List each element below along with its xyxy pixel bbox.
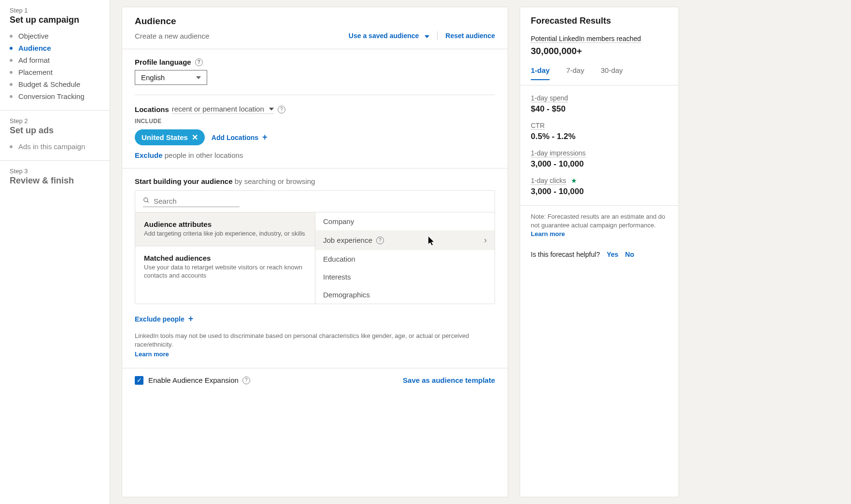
build-title-rest: by searching or browsing [233, 177, 315, 185]
search-icon [143, 197, 150, 205]
profile-language-text: Profile language [135, 58, 191, 66]
build-title-strong: Start building your audience [135, 177, 233, 185]
forecast-yes[interactable]: Yes [607, 251, 618, 258]
svg-line-1 [147, 201, 149, 203]
plus-icon: + [262, 132, 268, 142]
tab-1day[interactable]: 1-day [531, 66, 550, 80]
build-audience-title: Start building your audience by searchin… [135, 177, 495, 185]
step2-items: Ads in this campaign [10, 140, 100, 153]
sidebar-item-placement[interactable]: Placement [10, 66, 100, 78]
profile-language-select[interactable]: English [135, 70, 207, 85]
metric-ctr-value: 0.5% - 1.2% [531, 132, 668, 141]
remove-chip-icon[interactable]: ✕ [192, 133, 198, 142]
chevron-down-icon [196, 76, 201, 79]
sidebar-item-budget[interactable]: Budget & Schedule [10, 78, 100, 90]
expansion-checkbox[interactable]: ✓ [135, 376, 143, 385]
locations-label: Locations [135, 105, 169, 113]
cursor-icon [428, 237, 435, 246]
help-icon[interactable]: ? [195, 58, 203, 66]
browse-panel: Audience attributes Add targeting criter… [135, 190, 495, 304]
divider [135, 95, 495, 95]
attribute-demographics[interactable]: Demographics [315, 286, 495, 304]
metric-impressions-value: 3,000 - 10,000 [531, 159, 668, 169]
forecast-note-text: Note: Forecasted results are an estimate… [531, 213, 665, 229]
reset-audience-link[interactable]: Reset audience [445, 32, 495, 40]
sidebar-item-ads[interactable]: Ads in this campaign [10, 140, 100, 153]
attributes-title: Audience attributes [144, 220, 306, 228]
metric-clicks-value: 3,000 - 10,000 [531, 187, 668, 196]
chevron-right-icon: › [484, 235, 487, 245]
exclude-people-text: Exclude people [135, 315, 184, 323]
forecast-card: Forecasted Results Potential LinkedIn me… [520, 7, 679, 497]
forecast-no[interactable]: No [625, 251, 634, 258]
metric-impressions-label: 1-day impressions [531, 149, 586, 157]
reach-label: Potential LinkedIn members reached [531, 35, 641, 43]
chevron-down-icon [269, 108, 274, 111]
location-chip-us[interactable]: United States ✕ [135, 129, 205, 145]
attribute-label: Company [323, 217, 354, 225]
sidebar-item-objective[interactable]: Objective [10, 30, 100, 42]
exclude-people-link[interactable]: Exclude people + [135, 314, 193, 324]
disclaimer-text: LinkedIn tools may not be used to discri… [135, 332, 469, 348]
audience-search-input[interactable] [154, 197, 240, 205]
step2-block: Step 2 Set up ads Ads in this campaign [0, 111, 110, 161]
sidebar: Step 1 Set up campaign Objective Audienc… [0, 0, 110, 504]
sidebar-item-conversion[interactable]: Conversion Tracking [10, 90, 100, 102]
add-locations-text: Add Locations [212, 134, 258, 141]
star-icon: ★ [571, 177, 577, 184]
disclaimer: LinkedIn tools may not be used to discri… [135, 332, 495, 359]
sidebar-item-ad-format[interactable]: Ad format [10, 54, 100, 66]
tab-7day[interactable]: 7-day [566, 66, 584, 80]
help-icon[interactable]: ? [242, 377, 250, 384]
metric-ctr-label: CTR [531, 122, 545, 130]
audience-title: Audience [135, 16, 495, 27]
step1-label: Step 1 [10, 7, 100, 14]
exclude-locations-line: Exclude people in other locations [135, 151, 495, 159]
attribute-label: Interests [323, 273, 351, 281]
audience-card: Audience Create a new audience Use a sav… [122, 7, 508, 497]
attribute-label: Job experience [323, 236, 372, 244]
attribute-interests[interactable]: Interests [315, 268, 495, 286]
chevron-down-icon [425, 35, 429, 38]
search-input-wrapper[interactable] [143, 196, 240, 207]
help-icon[interactable]: ? [376, 237, 384, 244]
step1-items: Objective Audience Ad format Placement B… [10, 30, 100, 102]
help-icon[interactable]: ? [278, 106, 285, 113]
metric-clicks-label: 1-day clicks [531, 177, 566, 185]
profile-language-label: Profile language ? [135, 58, 495, 66]
matched-audiences-tab[interactable]: Matched audiences Use your data to retar… [135, 246, 315, 288]
step3-block: Step 3 Review & finish [0, 161, 110, 194]
plus-icon: + [188, 314, 194, 324]
locations-mode-select[interactable]: recent or permanent location [172, 105, 274, 114]
save-template-link[interactable]: Save as audience template [403, 376, 495, 384]
step1-block: Step 1 Set up campaign Objective Audienc… [0, 0, 110, 111]
create-audience-label: Create a new audience [135, 32, 209, 40]
use-saved-audience-link[interactable]: Use a saved audience [349, 32, 429, 40]
step3-title: Review & finish [10, 176, 100, 186]
reach-value: 30,000,000+ [531, 46, 668, 56]
step2-label: Step 2 [10, 117, 100, 125]
forecast-helpful-label: Is this forecast helpful? [531, 251, 600, 258]
attributes-desc: Add targeting criteria like job experien… [144, 230, 306, 238]
step2-title: Set up ads [10, 126, 100, 136]
metric-spend-label: 1-day spend [531, 94, 568, 102]
expansion-label: Enable Audience Expansion [148, 376, 239, 384]
attribute-job-experience[interactable]: Job experience ? › [315, 230, 495, 250]
forecast-learn-more[interactable]: Learn more [531, 230, 565, 238]
audience-attributes-tab[interactable]: Audience attributes Add targeting criter… [135, 212, 315, 246]
exclude-locations-link[interactable]: Exclude [135, 151, 163, 159]
disclaimer-learn-more[interactable]: Learn more [135, 350, 495, 359]
location-chip-text: United States [142, 133, 188, 141]
profile-language-value: English [141, 73, 165, 82]
sidebar-item-audience[interactable]: Audience [10, 42, 100, 54]
attribute-company[interactable]: Company [315, 212, 495, 230]
svg-point-0 [144, 198, 148, 202]
matched-title: Matched audiences [144, 254, 306, 262]
use-saved-audience-text: Use a saved audience [349, 32, 419, 40]
add-locations-link[interactable]: Add Locations + [212, 132, 268, 142]
tab-30day[interactable]: 30-day [601, 66, 623, 80]
exclude-rest-text: people in other locations [163, 151, 243, 159]
metric-spend-value: $40 - $50 [531, 104, 668, 114]
attribute-education[interactable]: Education [315, 250, 495, 268]
attribute-label: Education [323, 255, 355, 263]
